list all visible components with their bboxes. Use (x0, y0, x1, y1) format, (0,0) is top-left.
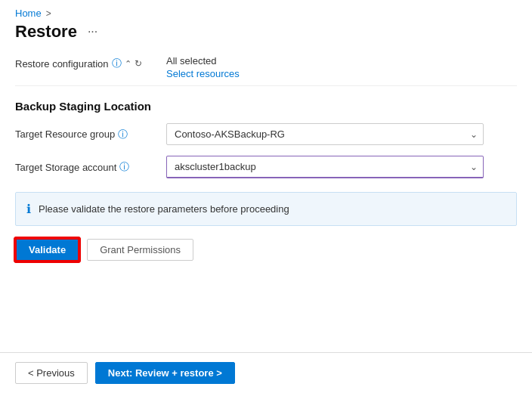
target-resource-group-dropdown-wrap: Contoso-AKSBackup-RG ⌄ (166, 123, 484, 145)
target-resource-group-select[interactable]: Contoso-AKSBackup-RG (166, 123, 484, 145)
breadcrumb-separator: > (46, 8, 51, 19)
target-storage-account-row: Target Storage account ⓘ akscluster1back… (15, 156, 517, 178)
restore-config-value: All selected Select resources (166, 55, 240, 79)
header-row: Restore ··· (0, 19, 532, 49)
restore-config-info-icon[interactable]: ⓘ (112, 57, 122, 70)
target-resource-group-label: Target Resource group ⓘ (15, 128, 166, 141)
breadcrumb-home-link[interactable]: Home (15, 8, 42, 19)
next-button[interactable]: Next: Review + restore > (95, 362, 235, 384)
sort-icon: ⌃ (125, 59, 131, 69)
content-area: Restore configuration ⓘ ⌃ ↻ All selected… (0, 49, 532, 352)
backup-staging-heading: Backup Staging Location (15, 100, 517, 113)
select-resources-link[interactable]: Select resources (166, 68, 240, 79)
footer: < Previous Next: Review + restore > (0, 352, 532, 393)
target-storage-account-control: akscluster1backup ⌄ (166, 156, 484, 178)
info-banner-icon: ℹ (26, 202, 31, 216)
validate-button[interactable]: Validate (15, 238, 79, 261)
target-resource-group-row: Target Resource group ⓘ Contoso-AKSBacku… (15, 123, 517, 145)
all-selected-text: All selected (166, 55, 240, 67)
actions-row: Validate Grant Permissions (15, 238, 517, 261)
target-resource-group-control: Contoso-AKSBackup-RG ⌄ (166, 123, 484, 145)
restore-config-label: Restore configuration ⓘ ⌃ ↻ (15, 55, 166, 70)
target-storage-account-label: Target Storage account ⓘ (15, 160, 166, 174)
target-rg-info-icon[interactable]: ⓘ (118, 128, 128, 141)
grant-permissions-button[interactable]: Grant Permissions (87, 239, 193, 261)
target-storage-account-select[interactable]: akscluster1backup (166, 156, 484, 178)
target-sa-info-icon[interactable]: ⓘ (119, 160, 129, 174)
restore-config-row: Restore configuration ⓘ ⌃ ↻ All selected… (15, 49, 517, 86)
info-banner-text: Please validate the restore parameters b… (39, 203, 289, 215)
target-storage-account-dropdown-wrap: akscluster1backup ⌄ (166, 156, 484, 178)
page-container: Home > Restore ··· Restore configuration… (0, 0, 532, 393)
breadcrumb: Home > (0, 0, 532, 19)
page-title: Restore (15, 22, 77, 42)
previous-button[interactable]: < Previous (15, 362, 88, 384)
info-banner: ℹ Please validate the restore parameters… (15, 192, 517, 226)
refresh-icon[interactable]: ↻ (135, 58, 142, 69)
ellipsis-button[interactable]: ··· (85, 23, 101, 40)
